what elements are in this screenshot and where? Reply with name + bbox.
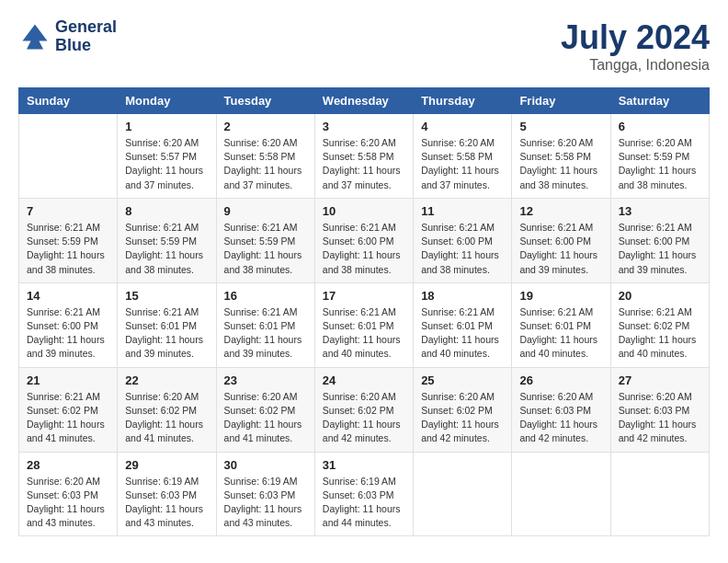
svg-marker-0 [23,24,48,49]
day-info: Sunrise: 6:21 AM Sunset: 6:00 PM Dayligh… [421,221,504,277]
calendar-cell: 12Sunrise: 6:21 AM Sunset: 6:00 PM Dayli… [512,198,610,282]
day-number: 19 [519,289,602,303]
calendar-cell: 30Sunrise: 6:19 AM Sunset: 6:03 PM Dayli… [216,452,314,536]
calendar-cell: 28Sunrise: 6:20 AM Sunset: 6:03 PM Dayli… [19,452,118,536]
day-number: 13 [619,204,701,218]
calendar-cell: 19Sunrise: 6:21 AM Sunset: 6:01 PM Dayli… [512,282,610,367]
day-info: Sunrise: 6:19 AM Sunset: 6:03 PM Dayligh… [125,475,208,531]
calendar-cell: 23Sunrise: 6:20 AM Sunset: 6:02 PM Dayli… [216,367,314,452]
header-day-monday: Monday [118,88,216,114]
calendar-cell: 29Sunrise: 6:19 AM Sunset: 6:03 PM Dayli… [118,452,216,536]
day-number: 22 [125,373,208,387]
calendar-cell: 24Sunrise: 6:20 AM Sunset: 6:02 PM Dayli… [314,367,413,452]
day-number: 4 [421,120,504,133]
calendar-cell: 20Sunrise: 6:21 AM Sunset: 6:02 PM Dayli… [610,282,709,367]
day-info: Sunrise: 6:21 AM Sunset: 6:01 PM Dayligh… [519,305,602,362]
day-number: 14 [27,289,109,303]
week-row-3: 14Sunrise: 6:21 AM Sunset: 6:00 PM Dayli… [19,282,710,367]
day-info: Sunrise: 6:21 AM Sunset: 5:59 PM Dayligh… [27,221,109,277]
day-number: 28 [27,458,109,472]
day-info: Sunrise: 6:21 AM Sunset: 6:02 PM Dayligh… [27,390,109,446]
day-info: Sunrise: 6:20 AM Sunset: 6:02 PM Dayligh… [323,390,405,446]
day-number: 24 [323,373,405,387]
day-number: 9 [224,204,307,218]
day-number: 25 [421,373,504,387]
day-info: Sunrise: 6:20 AM Sunset: 6:03 PM Dayligh… [619,390,701,446]
calendar-cell: 9Sunrise: 6:21 AM Sunset: 5:59 PM Daylig… [216,198,314,282]
day-number: 1 [125,120,208,133]
calendar-cell: 4Sunrise: 6:20 AM Sunset: 5:58 PM Daylig… [414,114,512,199]
day-info: Sunrise: 6:21 AM Sunset: 6:00 PM Dayligh… [323,221,405,277]
calendar-cell: 2Sunrise: 6:20 AM Sunset: 5:58 PM Daylig… [216,114,314,199]
calendar-cell [610,452,709,536]
calendar-cell: 15Sunrise: 6:21 AM Sunset: 6:01 PM Dayli… [118,282,216,367]
day-number: 21 [27,373,109,387]
logo-icon [18,20,51,53]
calendar-cell: 17Sunrise: 6:21 AM Sunset: 6:01 PM Dayli… [314,282,413,367]
location: Tangga, Indonesia [561,57,710,74]
day-info: Sunrise: 6:20 AM Sunset: 6:02 PM Dayligh… [224,390,307,446]
calendar-cell [19,114,118,199]
day-info: Sunrise: 6:19 AM Sunset: 6:03 PM Dayligh… [224,475,307,531]
day-info: Sunrise: 6:21 AM Sunset: 6:01 PM Dayligh… [224,305,307,362]
header-day-thursday: Thursday [414,88,512,114]
day-info: Sunrise: 6:20 AM Sunset: 6:03 PM Dayligh… [27,475,109,531]
day-number: 5 [519,120,602,133]
day-info: Sunrise: 6:19 AM Sunset: 6:03 PM Dayligh… [323,475,405,531]
day-number: 31 [323,458,405,472]
header-row: SundayMondayTuesdayWednesdayThursdayFrid… [19,88,710,114]
header-day-sunday: Sunday [19,88,118,114]
logo-line2: Blue [55,37,117,55]
day-info: Sunrise: 6:21 AM Sunset: 6:00 PM Dayligh… [27,305,109,362]
day-number: 8 [125,204,208,218]
calendar-body: 1Sunrise: 6:20 AM Sunset: 5:57 PM Daylig… [19,114,710,536]
header-day-saturday: Saturday [610,88,709,114]
calendar-cell: 31Sunrise: 6:19 AM Sunset: 6:03 PM Dayli… [314,452,413,536]
week-row-2: 7Sunrise: 6:21 AM Sunset: 5:59 PM Daylig… [19,198,710,282]
day-number: 23 [224,373,307,387]
day-info: Sunrise: 6:20 AM Sunset: 5:59 PM Dayligh… [619,136,701,192]
day-number: 12 [519,204,602,218]
day-number: 17 [323,289,405,303]
day-number: 29 [125,458,208,472]
day-info: Sunrise: 6:20 AM Sunset: 5:58 PM Dayligh… [421,136,504,192]
day-number: 2 [224,120,307,133]
week-row-5: 28Sunrise: 6:20 AM Sunset: 6:03 PM Dayli… [19,452,710,536]
day-number: 26 [519,373,602,387]
day-info: Sunrise: 6:20 AM Sunset: 6:02 PM Dayligh… [421,390,504,446]
calendar-cell: 18Sunrise: 6:21 AM Sunset: 6:01 PM Dayli… [414,282,512,367]
calendar-cell: 13Sunrise: 6:21 AM Sunset: 6:00 PM Dayli… [610,198,709,282]
day-number: 30 [224,458,307,472]
day-info: Sunrise: 6:21 AM Sunset: 6:00 PM Dayligh… [519,221,602,277]
logo-text: General Blue [55,18,117,55]
day-info: Sunrise: 6:20 AM Sunset: 6:03 PM Dayligh… [519,390,602,446]
calendar-cell: 11Sunrise: 6:21 AM Sunset: 6:00 PM Dayli… [414,198,512,282]
calendar-cell [512,452,610,536]
day-number: 11 [421,204,504,218]
calendar-table: SundayMondayTuesdayWednesdayThursdayFrid… [18,87,710,536]
day-info: Sunrise: 6:20 AM Sunset: 5:57 PM Dayligh… [125,136,208,192]
logo: General Blue [18,18,117,55]
calendar-cell: 10Sunrise: 6:21 AM Sunset: 6:00 PM Dayli… [314,198,413,282]
day-number: 10 [323,204,405,218]
day-number: 20 [619,289,701,303]
header-day-wednesday: Wednesday [314,88,413,114]
day-number: 15 [125,289,208,303]
calendar-cell: 16Sunrise: 6:21 AM Sunset: 6:01 PM Dayli… [216,282,314,367]
day-number: 7 [27,204,109,218]
calendar-cell: 1Sunrise: 6:20 AM Sunset: 5:57 PM Daylig… [118,114,216,199]
calendar-cell: 5Sunrise: 6:20 AM Sunset: 5:58 PM Daylig… [512,114,610,199]
day-info: Sunrise: 6:21 AM Sunset: 6:02 PM Dayligh… [619,305,701,362]
title-area: July 2024 Tangga, Indonesia [561,18,710,74]
month-title: July 2024 [561,18,710,57]
calendar-cell: 26Sunrise: 6:20 AM Sunset: 6:03 PM Dayli… [512,367,610,452]
week-row-4: 21Sunrise: 6:21 AM Sunset: 6:02 PM Dayli… [19,367,710,452]
day-info: Sunrise: 6:21 AM Sunset: 5:59 PM Dayligh… [125,221,208,277]
calendar-cell: 25Sunrise: 6:20 AM Sunset: 6:02 PM Dayli… [414,367,512,452]
day-info: Sunrise: 6:20 AM Sunset: 5:58 PM Dayligh… [519,136,602,192]
calendar-cell: 3Sunrise: 6:20 AM Sunset: 5:58 PM Daylig… [314,114,413,199]
day-info: Sunrise: 6:20 AM Sunset: 6:02 PM Dayligh… [125,390,208,446]
day-info: Sunrise: 6:21 AM Sunset: 6:00 PM Dayligh… [619,221,701,277]
page-header: General Blue July 2024 Tangga, Indonesia [18,18,710,74]
day-info: Sunrise: 6:21 AM Sunset: 6:01 PM Dayligh… [125,305,208,362]
